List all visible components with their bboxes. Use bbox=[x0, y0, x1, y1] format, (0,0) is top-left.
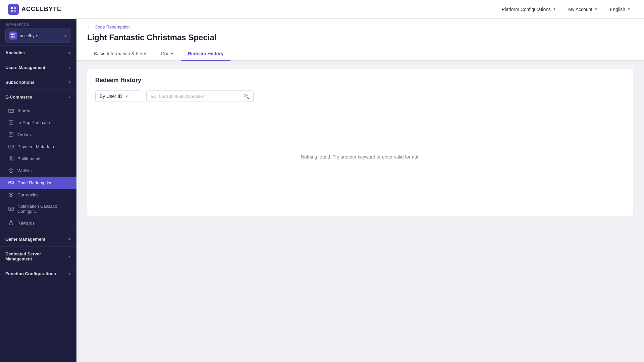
empty-state: Nothing found. Try another keyword or en… bbox=[95, 110, 625, 204]
sidebar-item-rewards[interactable]: Rewards bbox=[0, 217, 76, 229]
payment-metadata-icon bbox=[8, 143, 14, 149]
sidebar-item-payment-metadata[interactable]: Payment Metadata bbox=[0, 140, 76, 153]
chevron-down-icon: ▼ bbox=[594, 7, 598, 11]
chevron-down-icon: ▼ bbox=[125, 95, 128, 98]
platform-config-btn[interactable]: Platform Configurations ▼ bbox=[496, 4, 561, 15]
sidebar-section-analytics: Analytics ▼ bbox=[0, 45, 76, 60]
sidebar-item-code-redemption[interactable]: Code Redemption bbox=[0, 177, 76, 189]
tab-basic-info[interactable]: Basic Information & Items bbox=[87, 48, 154, 61]
namespace-label: NAMESPACE bbox=[5, 23, 71, 26]
sidebar-section-header-ecommerce[interactable]: E-Commerce ▲ bbox=[0, 90, 76, 104]
chevron-down-icon: ▼ bbox=[68, 255, 71, 258]
namespace-selector[interactable]: accelbyte ▼ bbox=[5, 28, 71, 43]
wallets-icon bbox=[8, 168, 14, 174]
sidebar-section-subscriptions: Subscriptions ▼ bbox=[0, 75, 76, 89]
sidebar-section-header-dedicated[interactable]: Dedicated Server Management ▼ bbox=[0, 247, 76, 266]
sidebar: NAMESPACE accelbyte ▼ Analytics ▼ bbox=[0, 19, 76, 362]
sidebar-section-header-analytics[interactable]: Analytics ▼ bbox=[0, 46, 76, 60]
sidebar-item-orders[interactable]: Orders bbox=[0, 128, 76, 140]
rewards-icon bbox=[8, 220, 14, 226]
tab-redeem-history[interactable]: Redeem History bbox=[181, 48, 230, 61]
chevron-down-icon: ▼ bbox=[68, 272, 71, 276]
code-redemption-icon bbox=[8, 180, 14, 186]
in-app-purchase-icon bbox=[8, 119, 14, 125]
redeem-history-card: Redeem History By User ID ▼ 🔍 Nothing fo… bbox=[87, 69, 633, 216]
logo-icon bbox=[8, 4, 19, 15]
my-account-btn[interactable]: My Account ▼ bbox=[563, 4, 603, 15]
chevron-down-icon: ▼ bbox=[68, 80, 71, 84]
svg-rect-2 bbox=[11, 10, 13, 12]
svg-rect-0 bbox=[11, 7, 13, 9]
svg-rect-12 bbox=[9, 145, 13, 148]
search-input[interactable] bbox=[151, 94, 241, 99]
chevron-down-icon: ▼ bbox=[627, 7, 631, 11]
main-layout: NAMESPACE accelbyte ▼ Analytics ▼ bbox=[0, 19, 644, 362]
filter-select[interactable]: By User ID ▼ bbox=[95, 90, 142, 102]
svg-rect-1 bbox=[14, 7, 16, 9]
language-btn[interactable]: English ▼ bbox=[604, 4, 636, 15]
currencies-icon bbox=[8, 192, 14, 198]
svg-rect-4 bbox=[11, 34, 13, 35]
sidebar-item-notification-callback[interactable]: Notification Callback Configur... bbox=[0, 201, 76, 217]
chevron-down-icon: ▼ bbox=[553, 7, 556, 11]
chevron-down-icon: ▼ bbox=[64, 34, 67, 38]
sidebar-item-entitlements[interactable]: Entitlements bbox=[0, 153, 76, 165]
svg-rect-11 bbox=[9, 132, 13, 136]
sidebar-item-wallets[interactable]: Wallets bbox=[0, 165, 76, 177]
sidebar-section-header-function[interactable]: Function Configurations ▼ bbox=[0, 266, 76, 281]
svg-point-16 bbox=[10, 182, 11, 183]
sidebar-section-ecommerce: E-Commerce ▲ Stores In-App Purchase bbox=[0, 89, 76, 232]
filter-row: By User ID ▼ 🔍 bbox=[95, 90, 625, 102]
tab-codes[interactable]: Codes bbox=[154, 48, 181, 61]
logo-text: ACCELBYTE bbox=[21, 6, 61, 13]
logo-area: ACCELBYTE bbox=[8, 4, 61, 15]
chevron-up-icon: ▲ bbox=[68, 95, 71, 99]
notification-callback-icon bbox=[8, 206, 14, 212]
page-title: Light Fantastic Christmas Special bbox=[87, 33, 633, 42]
sidebar-item-currencies[interactable]: Currencies bbox=[0, 189, 76, 201]
stores-icon bbox=[8, 107, 14, 113]
search-icon: 🔍 bbox=[244, 94, 249, 99]
svg-rect-19 bbox=[9, 223, 13, 225]
chevron-down-icon: ▼ bbox=[68, 66, 71, 69]
sidebar-section-header-users[interactable]: Users Management ▼ bbox=[0, 60, 76, 75]
svg-rect-5 bbox=[13, 34, 15, 35]
top-nav-right: Platform Configurations ▼ My Account ▼ E… bbox=[496, 4, 636, 15]
sidebar-section-game-management: Game Management ▼ bbox=[0, 232, 76, 246]
entitlements-icon bbox=[8, 156, 14, 162]
main-content: Redeem History By User ID ▼ 🔍 Nothing fo… bbox=[76, 61, 644, 224]
sidebar-section-users: Users Management ▼ bbox=[0, 60, 76, 75]
svg-rect-7 bbox=[13, 36, 15, 38]
chevron-down-icon: ▼ bbox=[68, 51, 71, 55]
card-title: Redeem History bbox=[95, 77, 625, 84]
namespace-name: accelbyte bbox=[20, 33, 61, 38]
svg-rect-6 bbox=[11, 36, 13, 38]
ecommerce-items: Stores In-App Purchase Orders bbox=[0, 104, 76, 232]
tabs: Basic Information & Items Codes Redeem H… bbox=[87, 48, 633, 60]
sidebar-section-dedicated-server: Dedicated Server Management ▼ bbox=[0, 246, 76, 266]
content-area: ← Code Redemption Light Fantastic Christ… bbox=[76, 19, 644, 362]
svg-rect-18 bbox=[9, 207, 13, 210]
breadcrumb[interactable]: ← Code Redemption bbox=[87, 24, 633, 29]
search-input-wrap: 🔍 bbox=[146, 90, 254, 102]
namespace-icon bbox=[9, 32, 17, 40]
page-header: ← Code Redemption Light Fantastic Christ… bbox=[76, 19, 644, 61]
sidebar-section-header-subscriptions[interactable]: Subscriptions ▼ bbox=[0, 75, 76, 89]
back-arrow-icon: ← bbox=[87, 24, 92, 29]
svg-rect-3 bbox=[14, 10, 16, 12]
top-nav: ACCELBYTE Platform Configurations ▼ My A… bbox=[0, 0, 644, 19]
sidebar-section-function-config: Function Configurations ▼ bbox=[0, 266, 76, 281]
namespace-section: NAMESPACE accelbyte ▼ bbox=[0, 19, 76, 45]
svg-rect-9 bbox=[10, 111, 12, 113]
sidebar-item-stores[interactable]: Stores bbox=[0, 104, 76, 116]
sidebar-section-header-game[interactable]: Game Management ▼ bbox=[0, 232, 76, 246]
orders-icon bbox=[8, 131, 14, 137]
sidebar-item-in-app-purchase[interactable]: In-App Purchase bbox=[0, 116, 76, 128]
chevron-down-icon: ▼ bbox=[68, 237, 71, 241]
